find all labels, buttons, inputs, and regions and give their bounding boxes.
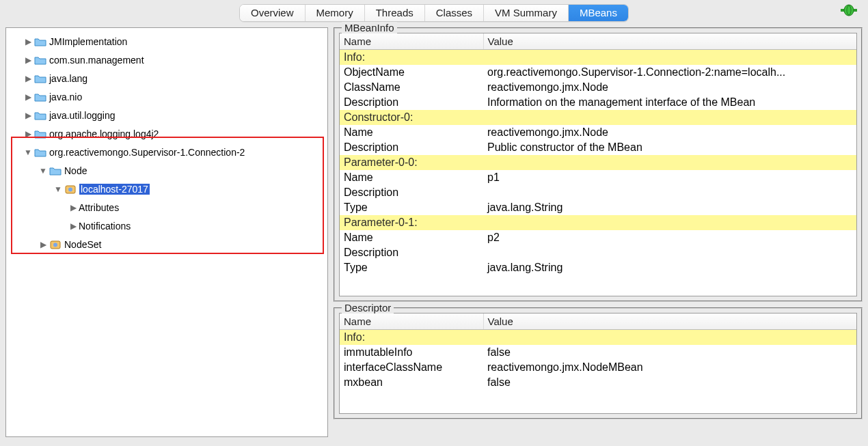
table-row[interactable]: Parameter-0-0: (340, 155, 856, 170)
tree-node-log4j2[interactable]: ▶ org.apache.logging.log4j2 (6, 124, 327, 143)
table-row[interactable]: Namep2 (340, 230, 856, 245)
disclosure-expanded-icon[interactable]: ▼ (53, 184, 64, 194)
tab-vm-summary[interactable]: VM Summary (484, 5, 569, 21)
mbeaninfo-table-wrap: Name Value Info:ObjectNameorg.reactivemo… (339, 33, 857, 296)
disclosure-collapsed-icon[interactable]: ▶ (23, 55, 33, 65)
table-row[interactable]: immutableInfofalse (340, 345, 856, 360)
col-name-header[interactable]: Name (340, 313, 483, 330)
cell-name: Info: (340, 330, 483, 346)
tree-label: NodeSet (64, 239, 101, 250)
table-row[interactable]: DescriptionInformation on the management… (340, 95, 856, 110)
cell-name: Parameter-0-0: (340, 155, 483, 170)
cell-name: ClassName (340, 80, 483, 95)
table-row[interactable]: Constructor-0: (340, 110, 856, 125)
cell-value: reactivemongo.jmx.NodeMBean (483, 360, 856, 375)
cell-name: Name (340, 125, 483, 140)
cell-value: Public constructor of the MBean (483, 140, 856, 155)
tree-node-java-nio[interactable]: ▶ java.nio (6, 87, 327, 106)
cell-value (483, 155, 856, 170)
table-row[interactable]: ClassNamereactivemongo.jmx.Node (340, 80, 856, 95)
descriptor-table[interactable]: Name Value Info:immutableInfofalseinterf… (340, 313, 856, 390)
folder-icon (33, 109, 47, 122)
table-row[interactable]: DescriptionPublic constructor of the MBe… (340, 140, 856, 155)
cell-name: Name (340, 170, 483, 185)
tree-label: java.lang (49, 73, 87, 84)
disclosure-collapsed-icon[interactable]: ▶ (23, 37, 33, 46)
tree-node-java-lang[interactable]: ▶ java.lang (6, 69, 327, 87)
tabbar: Overview Memory Threads Classes VM Summa… (0, 0, 868, 23)
svg-point-4 (68, 187, 72, 191)
tab-mbeans[interactable]: MBeans (569, 5, 628, 21)
cell-name: Parameter-0-1: (340, 215, 483, 230)
tree-node-notifications[interactable]: ▶ Notifications (6, 217, 327, 235)
mbeaninfo-table[interactable]: Name Value Info:ObjectNameorg.reactivemo… (340, 33, 856, 275)
tree-node-node[interactable]: ▼ Node (6, 161, 327, 180)
col-value-header[interactable]: Value (483, 33, 856, 50)
tree-node-jmimplementation[interactable]: ▶ JMImplementation (6, 32, 327, 51)
cell-name: Type (340, 200, 483, 215)
folder-icon (49, 165, 62, 177)
table-row[interactable]: Namep1 (340, 170, 856, 185)
cell-value (483, 330, 856, 346)
cell-name: ObjectName (340, 65, 483, 80)
tree-node-nodeset[interactable]: ▶ NodeSet (6, 235, 327, 253)
tree-label: Notifications (79, 221, 131, 232)
table-row[interactable]: ObjectNameorg.reactivemongo.Supervisor-1… (340, 65, 856, 80)
main-split: ▶ JMImplementation ▶ com.sun.management … (0, 23, 868, 446)
table-row[interactable]: Info: (340, 330, 856, 346)
tree-label: com.sun.management (49, 55, 144, 66)
tab-group: Overview Memory Threads Classes VM Summa… (239, 4, 629, 22)
mbean-tree[interactable]: ▶ JMImplementation ▶ com.sun.management … (6, 32, 327, 253)
table-row[interactable]: Typejava.lang.String (340, 260, 856, 275)
tree-node-localhost-27017[interactable]: ▼ localhost-27017 (6, 180, 327, 198)
tree-label: localhost-27017 (79, 184, 150, 195)
cell-name: Description (340, 140, 483, 155)
disclosure-collapsed-icon[interactable]: ▶ (38, 240, 49, 249)
table-row[interactable]: Description (340, 245, 856, 260)
descriptor-legend: Descriptor (342, 302, 394, 313)
col-name-header[interactable]: Name (340, 33, 483, 50)
table-row[interactable]: Description (340, 185, 856, 200)
detail-panel: MBeanInfo Name Value Info:ObjectNameorg.… (334, 27, 863, 441)
disclosure-collapsed-icon[interactable]: ▶ (23, 129, 33, 139)
tree-node-reactivemongo-connection[interactable]: ▼ org.reactivemongo.Supervisor-1.Connect… (6, 143, 327, 161)
tree-label: java.nio (49, 92, 82, 102)
disclosure-expanded-icon[interactable]: ▼ (38, 166, 49, 176)
folder-icon (33, 72, 47, 85)
disclosure-collapsed-icon[interactable]: ▶ (68, 221, 79, 231)
col-value-header[interactable]: Value (483, 313, 856, 330)
disclosure-expanded-icon[interactable]: ▼ (23, 148, 33, 157)
disclosure-collapsed-icon[interactable]: ▶ (23, 74, 33, 83)
cell-value: p2 (483, 230, 856, 245)
table-row[interactable]: Info: (340, 50, 856, 66)
cell-value: p1 (483, 170, 856, 185)
disclosure-collapsed-icon[interactable]: ▶ (23, 92, 33, 102)
cell-value (483, 185, 856, 200)
descriptor-fieldset: Descriptor Name Value Info:immutableInfo… (334, 307, 863, 419)
svg-point-6 (53, 242, 57, 247)
mbeaninfo-legend: MBeanInfo (342, 22, 397, 33)
tab-overview[interactable]: Overview (240, 5, 306, 21)
cell-value: false (483, 345, 856, 360)
tree-node-attributes[interactable]: ▶ Attributes (6, 198, 327, 217)
tree-label: JMImplementation (49, 36, 127, 47)
tree-label: org.reactivemongo.Supervisor-1.Connectio… (49, 147, 245, 158)
table-row[interactable]: Namereactivemongo.jmx.Node (340, 125, 856, 140)
connection-status-icon (841, 4, 857, 18)
table-row[interactable]: Parameter-0-1: (340, 215, 856, 230)
cell-name: interfaceClassName (340, 360, 483, 375)
folder-icon (33, 146, 47, 158)
tab-classes[interactable]: Classes (425, 5, 484, 21)
tree-node-java-util-logging[interactable]: ▶ java.util.logging (6, 106, 327, 124)
table-row[interactable]: Typejava.lang.String (340, 200, 856, 215)
table-row[interactable]: mxbeanfalse (340, 375, 856, 390)
cell-name: Description (340, 185, 483, 200)
mbean-icon (64, 183, 77, 195)
disclosure-collapsed-icon[interactable]: ▶ (68, 203, 79, 212)
mbeaninfo-fieldset: MBeanInfo Name Value Info:ObjectNameorg.… (334, 27, 863, 302)
tab-memory[interactable]: Memory (306, 5, 365, 21)
table-row[interactable]: interfaceClassNamereactivemongo.jmx.Node… (340, 360, 856, 375)
tree-node-com-sun-management[interactable]: ▶ com.sun.management (6, 51, 327, 69)
disclosure-collapsed-icon[interactable]: ▶ (23, 111, 33, 120)
tab-threads[interactable]: Threads (365, 5, 425, 21)
